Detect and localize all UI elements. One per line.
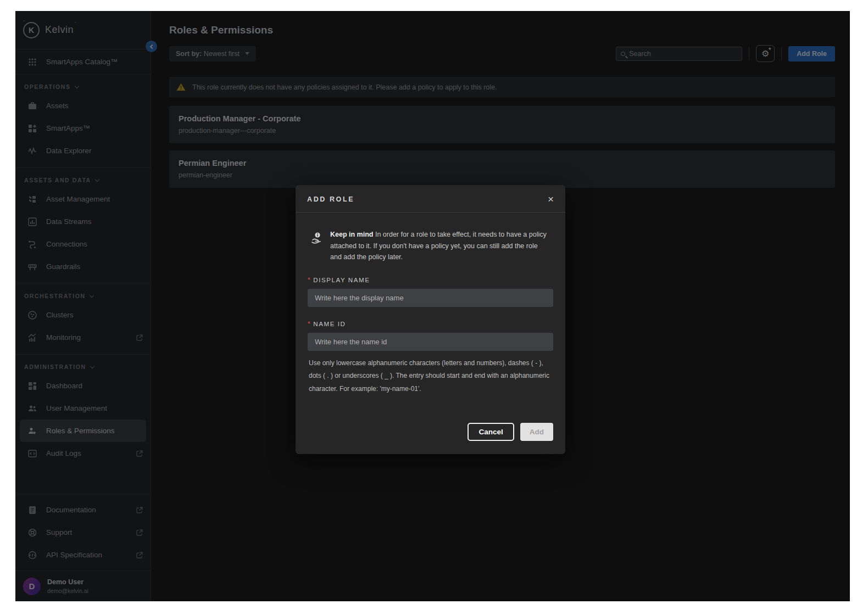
add-button[interactable]: Add xyxy=(520,423,553,441)
display-name-label: *DISPLAY NAME xyxy=(308,276,553,284)
display-name-input[interactable] xyxy=(308,289,553,307)
note-text: Keep in mind In order for a role to take… xyxy=(330,229,550,263)
note-bold: Keep in mind xyxy=(330,231,373,238)
name-id-help-text: Use only lowercase alphanumeric characte… xyxy=(308,357,553,395)
modal-title: ADD ROLE xyxy=(307,195,354,203)
name-id-label: *NAME ID xyxy=(308,320,553,328)
modal-footer: Cancel Add xyxy=(308,395,553,442)
name-id-input[interactable] xyxy=(308,333,553,351)
info-hand-icon xyxy=(311,231,323,263)
close-icon[interactable]: × xyxy=(548,194,554,204)
keep-in-mind-note: Keep in mind In order for a role to take… xyxy=(308,225,553,263)
required-asterisk: * xyxy=(308,320,311,328)
add-role-modal: ADD ROLE × Keep in mind In order for a r… xyxy=(296,185,565,454)
modal-body: Keep in mind In order for a role to take… xyxy=(296,213,565,454)
required-asterisk: * xyxy=(308,276,311,284)
cancel-button[interactable]: Cancel xyxy=(468,423,514,441)
modal-header: ADD ROLE × xyxy=(296,185,565,213)
